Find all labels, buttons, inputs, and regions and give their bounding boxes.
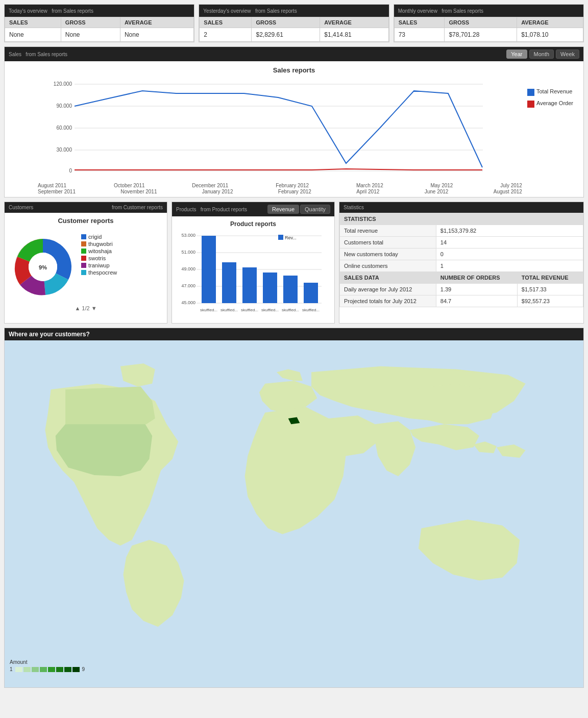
overview-row: Today's overview from Sales reports SALE… xyxy=(0,0,588,46)
toggle-week[interactable]: Week xyxy=(556,49,579,59)
sales-title-area: Sales from Sales reports xyxy=(9,51,67,58)
sales-row2-label: Projected totals for July 2012 xyxy=(340,295,436,307)
prod-btn-quantity[interactable]: Quantity xyxy=(300,205,330,214)
swatch-4 xyxy=(40,667,47,672)
yesterday-overview: Yesterday's overview from Sales reports … xyxy=(199,4,389,42)
legend-avg-order-label: Average Order xyxy=(536,100,573,106)
svg-text:47.000: 47.000 xyxy=(181,283,195,288)
sales-chart-container: Sales reports 120.000 90.000 60.000 30.0… xyxy=(5,61,583,197)
today-header: Today's overview from Sales reports xyxy=(5,5,194,17)
svg-text:53.000: 53.000 xyxy=(181,233,195,238)
swatch-6 xyxy=(56,667,63,672)
prod-btn-revenue[interactable]: Revenue xyxy=(267,205,299,214)
x-label-6: July 2012 xyxy=(500,183,522,188)
legend-max: 9 xyxy=(82,666,85,672)
swatch-8 xyxy=(72,667,80,672)
x-label-3: February 2012 xyxy=(276,183,309,188)
products-title: Products xyxy=(176,207,196,212)
sales-legend: Total Revenue Average Order xyxy=(527,78,578,194)
today-table: SALES GROSS AVERAGE None None None xyxy=(5,17,194,42)
svg-text:120.000: 120.000 xyxy=(54,81,72,87)
gradient-bar xyxy=(15,667,80,672)
sales-title: Sales xyxy=(9,52,21,57)
sales-source: from Sales reports xyxy=(26,52,67,57)
legend-thugwobri: thugwobri xyxy=(81,241,117,247)
map-legend-gradient: 1 9 xyxy=(10,666,85,672)
x-label2-3: February 2012 xyxy=(278,189,311,194)
svg-text:skuffled...: skuffled... xyxy=(282,308,299,312)
legend-witoshaja-label: witoshaja xyxy=(88,248,112,254)
swatch-7 xyxy=(64,667,71,672)
today-title: Today's overview xyxy=(9,8,47,14)
x-label2-5: June 2012 xyxy=(425,189,449,194)
map-section: Where are your customers? xyxy=(4,328,584,688)
monthly-table: SALES GROSS AVERAGE 73 $78,701.28 $1,078… xyxy=(394,17,583,42)
statistics-panel: Statistics STATISTICS Total revenue $1,1… xyxy=(339,202,584,324)
x-label2-0: September 2011 xyxy=(38,189,76,194)
legend-avg-order: Average Order xyxy=(527,100,578,108)
legend-thugwobri-color xyxy=(81,241,86,246)
map-legend: Amount 1 9 xyxy=(10,659,85,672)
svg-text:skuffled...: skuffled... xyxy=(200,308,217,312)
statistics-table: STATISTICS Total revenue $1,153,379.82 C… xyxy=(339,213,583,307)
yesterday-col-gross: GROSS xyxy=(252,17,320,28)
legend-total-revenue-color xyxy=(527,89,534,96)
legend-traniwup-label: traniwup xyxy=(88,262,110,268)
today-col-average: AVERAGE xyxy=(120,17,193,28)
sales-toggle-group: Year Month Week xyxy=(506,49,579,59)
toggle-year[interactable]: Year xyxy=(506,49,527,59)
legend-crigid-label: crigid xyxy=(88,234,102,240)
pie-next-icon[interactable]: ▼ xyxy=(91,305,97,311)
svg-text:skuffled...: skuffled... xyxy=(302,308,320,312)
sales-header: Sales from Sales reports Year Month Week xyxy=(5,47,583,61)
map-area: Amount 1 9 xyxy=(5,340,583,687)
x-label2-6: August 2012 xyxy=(494,189,522,194)
stat-new-customers-label: New customers today xyxy=(340,249,436,260)
monthly-average: $1,078.10 xyxy=(517,28,583,42)
svg-rect-26 xyxy=(202,236,216,303)
monthly-sales: 73 xyxy=(394,28,445,42)
legend-total-revenue: Total Revenue xyxy=(527,88,578,96)
svg-text:0: 0 xyxy=(69,168,72,174)
svg-rect-30 xyxy=(283,276,298,303)
sales-chart-title: Sales reports xyxy=(10,66,578,74)
x-label2-1: November 2011 xyxy=(120,189,157,194)
legend-traniwup: traniwup xyxy=(81,262,117,268)
yesterday-source: from Sales reports xyxy=(255,8,297,14)
monthly-overview: Monthly overview from Sales reports SALE… xyxy=(394,4,584,42)
legend-swotris: swotris xyxy=(81,255,117,261)
svg-rect-28 xyxy=(242,267,257,303)
customers-chart-title: Customer reports xyxy=(5,217,167,225)
legend-total-revenue-label: Total Revenue xyxy=(536,88,572,94)
yesterday-header: Yesterday's overview from Sales reports xyxy=(199,5,388,17)
today-sales: None xyxy=(5,28,61,42)
today-average: None xyxy=(120,28,193,42)
product-toggle-group: Revenue Quantity xyxy=(267,205,330,214)
legend-swotris-label: swotris xyxy=(88,255,106,261)
pie-prev-icon[interactable]: ▲ xyxy=(75,305,80,311)
svg-rect-24 xyxy=(278,235,283,240)
bar-chart-area: Product reports 53.000 51.000 49.000 47.… xyxy=(172,216,334,323)
bottom-row: Customers from Customer reports Customer… xyxy=(0,202,588,328)
yesterday-table: SALES GROSS AVERAGE 2 $2,829.61 $1,414.8… xyxy=(199,17,388,42)
svg-text:51.000: 51.000 xyxy=(181,250,195,255)
svg-text:45.000: 45.000 xyxy=(181,300,195,305)
customers-title: Customers xyxy=(9,205,33,210)
legend-min: 1 xyxy=(10,666,13,672)
swatch-2 xyxy=(23,667,31,672)
stat-online-customers-label: Online customers xyxy=(340,260,436,272)
customers-pie-area: 9% crigid thugwobri witoshaja swotris xyxy=(5,229,167,305)
sales-row2-col3: $92,557.23 xyxy=(517,295,583,307)
toggle-month[interactable]: Month xyxy=(529,49,554,59)
yesterday-sales: 2 xyxy=(200,28,252,42)
monthly-col-gross: GROSS xyxy=(445,17,517,28)
svg-rect-31 xyxy=(304,283,318,303)
customers-panel: Customers from Customer reports Customer… xyxy=(4,202,167,324)
sales-row1-col3: $1,517.33 xyxy=(517,284,583,295)
statistics-header: Statistics xyxy=(339,202,583,213)
map-title: Where are your customers? xyxy=(9,331,90,338)
legend-thespocrew-label: thespocrew xyxy=(88,269,117,276)
x-label-4: March 2012 xyxy=(356,183,383,188)
map-legend-label: Amount xyxy=(10,659,85,665)
sales-row2-col2: 84.7 xyxy=(436,295,517,307)
